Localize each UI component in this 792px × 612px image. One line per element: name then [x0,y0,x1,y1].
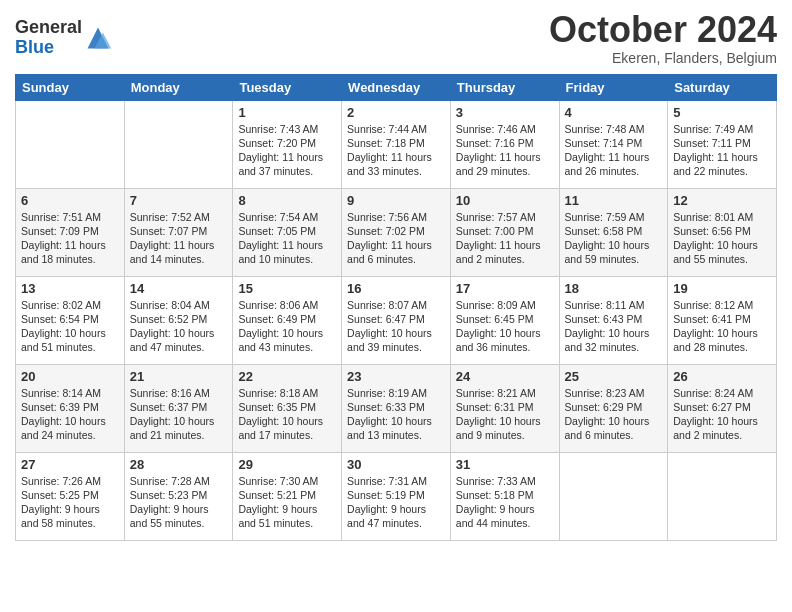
day-number: 26 [673,369,771,384]
logo-blue-text: Blue [15,38,82,58]
day-number: 25 [565,369,663,384]
cell-content: Sunrise: 7:54 AMSunset: 7:05 PMDaylight:… [238,210,336,267]
day-number: 17 [456,281,554,296]
calendar-cell: 15Sunrise: 8:06 AMSunset: 6:49 PMDayligh… [233,276,342,364]
calendar-cell: 2Sunrise: 7:44 AMSunset: 7:18 PMDaylight… [342,100,451,188]
day-number: 23 [347,369,445,384]
day-number: 1 [238,105,336,120]
calendar-cell: 4Sunrise: 7:48 AMSunset: 7:14 PMDaylight… [559,100,668,188]
calendar-cell: 10Sunrise: 7:57 AMSunset: 7:00 PMDayligh… [450,188,559,276]
cell-content: Sunrise: 8:09 AMSunset: 6:45 PMDaylight:… [456,298,554,355]
calendar-day-header: Tuesday [233,74,342,100]
day-number: 2 [347,105,445,120]
calendar-cell: 25Sunrise: 8:23 AMSunset: 6:29 PMDayligh… [559,364,668,452]
calendar-cell: 31Sunrise: 7:33 AMSunset: 5:18 PMDayligh… [450,452,559,540]
calendar-cell [668,452,777,540]
cell-content: Sunrise: 7:57 AMSunset: 7:00 PMDaylight:… [456,210,554,267]
logo: General Blue [15,18,112,58]
cell-content: Sunrise: 8:14 AMSunset: 6:39 PMDaylight:… [21,386,119,443]
calendar-day-header: Saturday [668,74,777,100]
calendar-week-row: 6Sunrise: 7:51 AMSunset: 7:09 PMDaylight… [16,188,777,276]
cell-content: Sunrise: 7:49 AMSunset: 7:11 PMDaylight:… [673,122,771,179]
day-number: 15 [238,281,336,296]
cell-content: Sunrise: 8:23 AMSunset: 6:29 PMDaylight:… [565,386,663,443]
cell-content: Sunrise: 8:16 AMSunset: 6:37 PMDaylight:… [130,386,228,443]
calendar-cell: 6Sunrise: 7:51 AMSunset: 7:09 PMDaylight… [16,188,125,276]
calendar-cell: 18Sunrise: 8:11 AMSunset: 6:43 PMDayligh… [559,276,668,364]
cell-content: Sunrise: 8:12 AMSunset: 6:41 PMDaylight:… [673,298,771,355]
day-number: 3 [456,105,554,120]
calendar-cell: 28Sunrise: 7:28 AMSunset: 5:23 PMDayligh… [124,452,233,540]
day-number: 30 [347,457,445,472]
day-number: 16 [347,281,445,296]
logo-icon [84,24,112,52]
day-number: 27 [21,457,119,472]
cell-content: Sunrise: 8:11 AMSunset: 6:43 PMDaylight:… [565,298,663,355]
calendar-cell: 23Sunrise: 8:19 AMSunset: 6:33 PMDayligh… [342,364,451,452]
calendar-cell: 26Sunrise: 8:24 AMSunset: 6:27 PMDayligh… [668,364,777,452]
cell-content: Sunrise: 7:56 AMSunset: 7:02 PMDaylight:… [347,210,445,267]
calendar-cell [16,100,125,188]
calendar-cell: 9Sunrise: 7:56 AMSunset: 7:02 PMDaylight… [342,188,451,276]
calendar-cell: 8Sunrise: 7:54 AMSunset: 7:05 PMDaylight… [233,188,342,276]
calendar-cell: 5Sunrise: 7:49 AMSunset: 7:11 PMDaylight… [668,100,777,188]
cell-content: Sunrise: 7:28 AMSunset: 5:23 PMDaylight:… [130,474,228,531]
month-title: October 2024 [549,10,777,50]
cell-content: Sunrise: 7:52 AMSunset: 7:07 PMDaylight:… [130,210,228,267]
day-number: 19 [673,281,771,296]
location: Ekeren, Flanders, Belgium [549,50,777,66]
cell-content: Sunrise: 7:59 AMSunset: 6:58 PMDaylight:… [565,210,663,267]
day-number: 4 [565,105,663,120]
cell-content: Sunrise: 7:31 AMSunset: 5:19 PMDaylight:… [347,474,445,531]
day-number: 7 [130,193,228,208]
calendar-day-header: Wednesday [342,74,451,100]
calendar-day-header: Monday [124,74,233,100]
calendar-week-row: 1Sunrise: 7:43 AMSunset: 7:20 PMDaylight… [16,100,777,188]
calendar-cell [559,452,668,540]
calendar-week-row: 20Sunrise: 8:14 AMSunset: 6:39 PMDayligh… [16,364,777,452]
day-number: 31 [456,457,554,472]
calendar-cell: 21Sunrise: 8:16 AMSunset: 6:37 PMDayligh… [124,364,233,452]
day-number: 14 [130,281,228,296]
calendar-table: SundayMondayTuesdayWednesdayThursdayFrid… [15,74,777,541]
calendar-cell: 3Sunrise: 7:46 AMSunset: 7:16 PMDaylight… [450,100,559,188]
day-number: 13 [21,281,119,296]
cell-content: Sunrise: 7:51 AMSunset: 7:09 PMDaylight:… [21,210,119,267]
calendar-week-row: 27Sunrise: 7:26 AMSunset: 5:25 PMDayligh… [16,452,777,540]
day-number: 21 [130,369,228,384]
cell-content: Sunrise: 8:24 AMSunset: 6:27 PMDaylight:… [673,386,771,443]
day-number: 29 [238,457,336,472]
cell-content: Sunrise: 8:21 AMSunset: 6:31 PMDaylight:… [456,386,554,443]
day-number: 9 [347,193,445,208]
calendar-cell: 13Sunrise: 8:02 AMSunset: 6:54 PMDayligh… [16,276,125,364]
calendar-cell: 7Sunrise: 7:52 AMSunset: 7:07 PMDaylight… [124,188,233,276]
calendar-cell: 27Sunrise: 7:26 AMSunset: 5:25 PMDayligh… [16,452,125,540]
calendar-cell: 22Sunrise: 8:18 AMSunset: 6:35 PMDayligh… [233,364,342,452]
logo-general-text: General [15,18,82,38]
cell-content: Sunrise: 7:26 AMSunset: 5:25 PMDaylight:… [21,474,119,531]
calendar-cell: 12Sunrise: 8:01 AMSunset: 6:56 PMDayligh… [668,188,777,276]
cell-content: Sunrise: 8:18 AMSunset: 6:35 PMDaylight:… [238,386,336,443]
cell-content: Sunrise: 7:44 AMSunset: 7:18 PMDaylight:… [347,122,445,179]
cell-content: Sunrise: 8:19 AMSunset: 6:33 PMDaylight:… [347,386,445,443]
cell-content: Sunrise: 7:30 AMSunset: 5:21 PMDaylight:… [238,474,336,531]
calendar-cell: 20Sunrise: 8:14 AMSunset: 6:39 PMDayligh… [16,364,125,452]
cell-content: Sunrise: 7:48 AMSunset: 7:14 PMDaylight:… [565,122,663,179]
day-number: 22 [238,369,336,384]
day-number: 11 [565,193,663,208]
day-number: 12 [673,193,771,208]
day-number: 20 [21,369,119,384]
calendar-day-header: Friday [559,74,668,100]
day-number: 18 [565,281,663,296]
cell-content: Sunrise: 7:33 AMSunset: 5:18 PMDaylight:… [456,474,554,531]
cell-content: Sunrise: 7:43 AMSunset: 7:20 PMDaylight:… [238,122,336,179]
calendar-cell: 17Sunrise: 8:09 AMSunset: 6:45 PMDayligh… [450,276,559,364]
calendar-header-row: SundayMondayTuesdayWednesdayThursdayFrid… [16,74,777,100]
calendar-week-row: 13Sunrise: 8:02 AMSunset: 6:54 PMDayligh… [16,276,777,364]
calendar-cell: 29Sunrise: 7:30 AMSunset: 5:21 PMDayligh… [233,452,342,540]
day-number: 10 [456,193,554,208]
calendar-cell: 14Sunrise: 8:04 AMSunset: 6:52 PMDayligh… [124,276,233,364]
calendar-cell: 24Sunrise: 8:21 AMSunset: 6:31 PMDayligh… [450,364,559,452]
calendar-cell: 30Sunrise: 7:31 AMSunset: 5:19 PMDayligh… [342,452,451,540]
page-header: General Blue October 2024 Ekeren, Flande… [15,10,777,66]
